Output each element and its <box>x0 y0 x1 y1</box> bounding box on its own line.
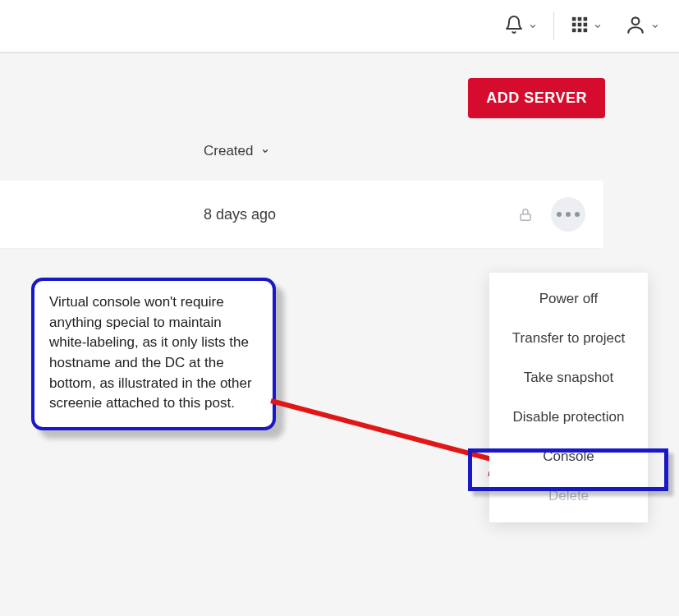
bell-icon <box>504 15 524 38</box>
chevron-down-icon <box>261 143 269 159</box>
svg-rect-0 <box>572 16 576 21</box>
add-server-button[interactable]: ADD SERVER <box>468 78 605 118</box>
annotation-callout: Virtual console won't require anything s… <box>31 278 276 430</box>
svg-point-9 <box>632 17 640 25</box>
dot-icon <box>557 212 562 217</box>
dot-icon <box>566 212 571 217</box>
action-bar: ADD SERVER <box>0 53 679 143</box>
callout-text: Virtual console won't require anything s… <box>49 294 252 411</box>
chevron-down-icon <box>594 19 602 34</box>
created-label: Created <box>204 143 253 159</box>
top-bar <box>0 0 679 53</box>
chevron-down-icon <box>651 19 659 34</box>
lock-icon <box>518 206 533 223</box>
notifications-button[interactable] <box>493 11 548 41</box>
svg-rect-2 <box>584 16 588 21</box>
server-row[interactable]: 8 days ago <box>0 181 603 248</box>
dot-icon <box>575 212 580 217</box>
apps-icon <box>571 16 589 37</box>
actions-dropdown: Power off Transfer to project Take snaps… <box>489 273 648 522</box>
menu-item-delete: Delete <box>489 476 648 516</box>
menu-item-take-snapshot[interactable]: Take snapshot <box>489 358 648 398</box>
svg-rect-7 <box>578 28 582 32</box>
apps-button[interactable] <box>559 12 613 40</box>
chevron-down-icon <box>529 19 537 34</box>
created-time: 8 days ago <box>204 206 276 223</box>
svg-rect-10 <box>521 214 530 220</box>
svg-rect-1 <box>578 16 582 21</box>
svg-rect-4 <box>578 22 582 26</box>
menu-item-power-off[interactable]: Power off <box>489 279 648 319</box>
more-actions-button[interactable] <box>551 197 585 232</box>
profile-button[interactable] <box>613 11 671 42</box>
svg-rect-6 <box>572 28 576 32</box>
svg-line-12 <box>271 401 525 468</box>
topbar-divider <box>553 12 554 40</box>
menu-item-transfer-to-project[interactable]: Transfer to project <box>489 319 648 358</box>
svg-rect-8 <box>584 28 588 32</box>
svg-rect-5 <box>584 22 588 26</box>
created-column-header[interactable]: Created <box>204 143 269 159</box>
table-header: Created <box>0 143 679 181</box>
profile-icon <box>625 14 646 39</box>
menu-item-console[interactable]: Console <box>489 437 648 476</box>
svg-rect-3 <box>572 22 576 26</box>
menu-item-disable-protection[interactable]: Disable protection <box>489 398 648 437</box>
